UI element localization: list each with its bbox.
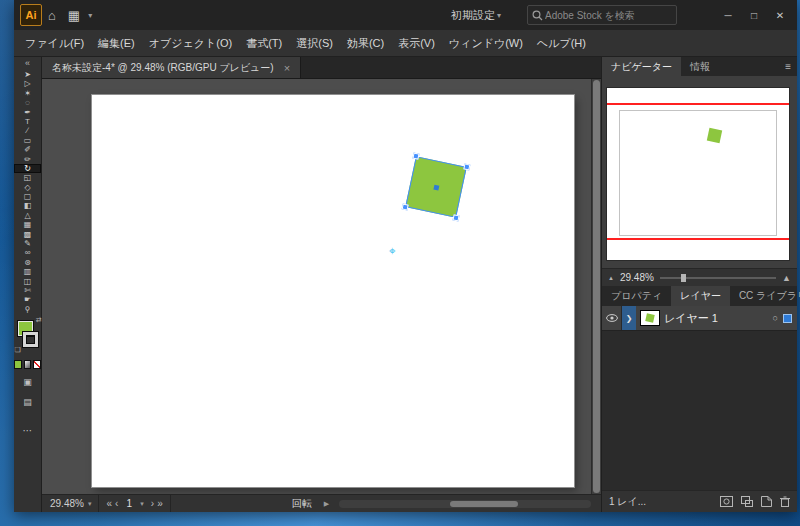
menu-item-0[interactable]: ファイル(F) (18, 30, 91, 56)
collapse-toolbar-icon[interactable]: « (14, 57, 41, 70)
panel-tab-2[interactable]: CC ライブラリ (730, 286, 800, 306)
chevron-down-icon[interactable]: ▾ (88, 500, 96, 508)
shape-builder-tool[interactable]: ◧ (14, 201, 41, 210)
selection-handle[interactable] (463, 163, 470, 170)
new-layer-icon[interactable] (761, 496, 772, 507)
layer-thumbnail[interactable] (640, 310, 660, 326)
menu-item-4[interactable]: 選択(S) (289, 30, 340, 56)
color-button[interactable] (14, 360, 22, 369)
navigator-zoom-value[interactable]: 29.48% (620, 272, 654, 283)
menu-item-8[interactable]: ヘルプ(H) (530, 30, 593, 56)
home-icon[interactable]: ⌂ (42, 8, 62, 23)
previous-artboard-button[interactable]: ‹ (115, 498, 118, 509)
layer-expand-toggle[interactable]: ❯ (622, 306, 636, 330)
swap-fill-stroke-icon[interactable]: ⇄ (36, 316, 42, 324)
zoom-out-icon[interactable]: ▲ (608, 275, 614, 281)
magic-wand-tool[interactable]: ✶ (14, 89, 41, 98)
maximize-button[interactable]: □ (741, 4, 767, 26)
menu-item-5[interactable]: 効果(C) (340, 30, 391, 56)
artboard[interactable]: ⌖ (92, 95, 574, 487)
zoom-slider-thumb[interactable] (681, 274, 686, 282)
rectangle-tool[interactable]: ▭ (14, 136, 41, 145)
none-button[interactable] (33, 360, 41, 369)
workspace-switcher[interactable]: 初期設定 ▾ (451, 8, 503, 23)
edit-toolbar-icon[interactable]: ⋯ (14, 425, 41, 436)
panel-tab-1[interactable]: レイヤー (671, 286, 730, 306)
layer-row[interactable]: ❯ レイヤー 1 ○ (602, 306, 797, 331)
horizontal-scrollbar-thumb[interactable] (450, 501, 518, 507)
menu-item-3[interactable]: 書式(T) (239, 30, 289, 56)
chevron-down-icon[interactable]: ▾ (140, 500, 148, 508)
eyedropper-tool[interactable]: ✎ (14, 239, 41, 248)
scale-tool[interactable]: ◱ (14, 173, 41, 182)
canvas[interactable]: ⌖ (42, 79, 601, 494)
mesh-tool[interactable]: ▦ (14, 220, 41, 229)
blend-tool[interactable]: ∞ (14, 248, 41, 257)
direct-selection-tool[interactable]: ▷ (14, 79, 41, 88)
hand-tool[interactable]: ☛ (14, 295, 41, 304)
visibility-toggle[interactable] (602, 306, 622, 330)
perspective-grid-tool[interactable]: △ (14, 211, 41, 220)
selection-handle[interactable] (402, 203, 409, 210)
rotation-reference-point-icon[interactable]: ⌖ (389, 245, 396, 257)
document-tab[interactable]: 名称未設定-4* @ 29.48% (RGB/GPU プレビュー) × (42, 57, 301, 78)
status-menu-arrow-icon[interactable]: ▶ (320, 500, 333, 508)
menu-item-1[interactable]: 編集(E) (91, 30, 142, 56)
slice-tool[interactable]: ✄ (14, 286, 41, 295)
menu-item-7[interactable]: ウィンドウ(W) (442, 30, 530, 56)
vertical-scrollbar-thumb[interactable] (593, 80, 600, 493)
selection-handle[interactable] (452, 214, 459, 221)
first-artboard-button[interactable]: « (106, 498, 112, 509)
stroke-color-swatch[interactable] (23, 332, 38, 347)
zoom-in-icon[interactable]: ▲ (782, 273, 791, 283)
symbol-sprayer-tool[interactable]: ⊛ (14, 258, 41, 267)
selection-center-point[interactable] (433, 184, 439, 190)
free-transform-tool[interactable]: ▢ (14, 192, 41, 201)
artboard-tool[interactable]: ◫ (14, 277, 41, 286)
selection-tool[interactable]: ➤ (14, 70, 41, 79)
pencil-tool[interactable]: ✏ (14, 155, 41, 164)
minimize-button[interactable]: ─ (715, 4, 741, 26)
zoom-tool[interactable]: ⚲ (14, 305, 41, 314)
menu-item-2[interactable]: オブジェクト(O) (142, 30, 239, 56)
artboard-number-field[interactable]: 1 (121, 498, 137, 509)
gradient-button[interactable] (24, 360, 32, 369)
panel-menu-icon[interactable]: ≡ (779, 57, 797, 76)
horizontal-scrollbar[interactable] (339, 500, 591, 508)
navigator-zoom-slider[interactable] (660, 277, 776, 279)
type-tool[interactable]: T (14, 117, 41, 126)
menu-item-6[interactable]: 表示(V) (391, 30, 442, 56)
navigator-tab-0[interactable]: ナビゲーター (602, 57, 681, 76)
screen-mode-icon[interactable]: ▤ (14, 395, 41, 409)
stock-search-box[interactable] (527, 5, 677, 25)
paintbrush-tool[interactable]: ✐ (14, 145, 41, 154)
rotate-tool[interactable]: ↻ (14, 164, 41, 173)
navigator-preview[interactable] (607, 88, 789, 260)
width-tool[interactable]: ◇ (14, 183, 41, 192)
vertical-scrollbar[interactable] (591, 79, 601, 494)
selection-handle[interactable] (412, 153, 419, 160)
workspace-layout-icon[interactable]: ▦ (62, 8, 86, 23)
chevron-down-icon[interactable]: ▾ (86, 11, 94, 20)
panel-tab-0[interactable]: プロパティ (602, 286, 671, 306)
last-artboard-button[interactable]: » (157, 498, 163, 509)
layer-selection-chip[interactable] (783, 314, 792, 323)
zoom-level-value[interactable]: 29.48% (42, 498, 88, 509)
navigator-tab-1[interactable]: 情報 (681, 57, 719, 76)
trash-icon[interactable] (780, 496, 790, 507)
close-button[interactable]: ✕ (767, 4, 793, 26)
next-artboard-button[interactable]: › (151, 498, 154, 509)
lasso-tool[interactable]: ◌ (14, 98, 41, 107)
line-segment-tool[interactable]: ∕ (14, 126, 41, 135)
clipping-mask-icon[interactable] (720, 496, 733, 507)
layer-name[interactable]: レイヤー 1 (664, 311, 773, 326)
search-input[interactable] (543, 9, 672, 22)
layer-target-icon[interactable]: ○ (773, 313, 778, 323)
close-tab-icon[interactable]: × (284, 62, 290, 74)
column-graph-tool[interactable]: ▥ (14, 267, 41, 276)
pen-tool[interactable]: ✒ (14, 108, 41, 117)
new-sublayer-icon[interactable] (741, 496, 753, 507)
gradient-tool[interactable]: ▩ (14, 230, 41, 239)
default-swatches-icon[interactable]: ❏ (15, 346, 21, 354)
selected-artwork-square[interactable] (405, 156, 467, 218)
